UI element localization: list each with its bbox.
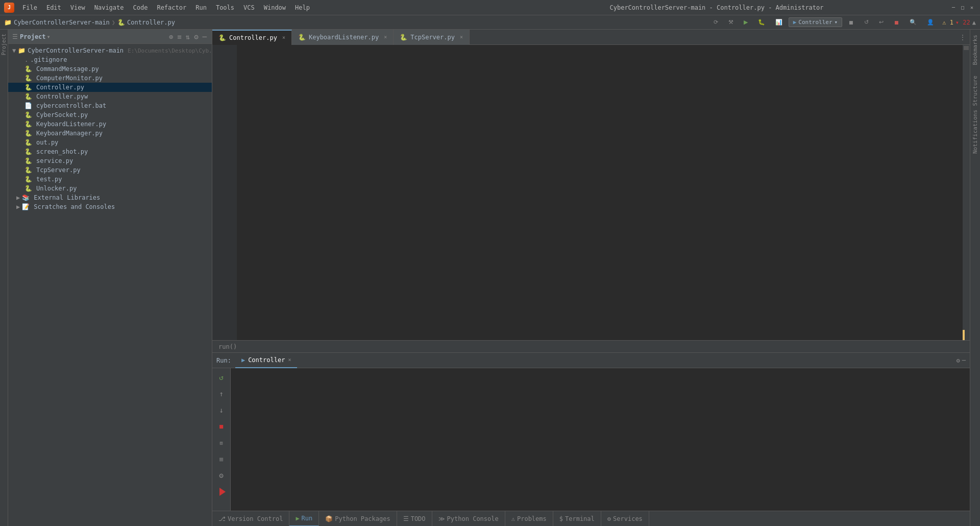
project-collapse-button[interactable]: ≡ xyxy=(176,33,182,41)
rerun-button[interactable]: ↺ xyxy=(214,370,229,385)
menu-file[interactable]: File xyxy=(18,3,41,12)
tree-item-screenshot[interactable]: 🐍 screen_shot.py xyxy=(8,147,212,156)
tree-item-gitignore[interactable]: . .gitignore xyxy=(8,55,212,64)
tree-item-controllerpyw[interactable]: 🐍 Controller.pyw xyxy=(8,92,212,101)
breadcrumb-root[interactable]: CyberControllerServer-main xyxy=(14,19,110,26)
stop-button-top[interactable]: ⏹ xyxy=(844,18,858,27)
minimize-button[interactable]: ─ xyxy=(949,4,958,12)
menu-window[interactable]: Window xyxy=(260,3,290,12)
tab-terminal[interactable]: $ Terminal xyxy=(553,511,601,527)
problems-icon: ⚠ xyxy=(511,515,515,522)
bat-icon: 📄 xyxy=(24,102,32,109)
tree-item-tcpserver[interactable]: 🐍 TcpServer.py xyxy=(8,165,212,175)
tree-item-keyboardlistener[interactable]: 🐍 KeyboardListener.py xyxy=(8,119,212,129)
py-icon-11: 🐍 xyxy=(24,166,32,174)
profile-button[interactable]: 📊 xyxy=(771,18,787,27)
menu-help[interactable]: Help xyxy=(291,3,314,12)
tab-run[interactable]: ▶ Run xyxy=(289,511,319,527)
maximize-button[interactable]: □ xyxy=(959,4,967,12)
tab-controller[interactable]: 🐍 Controller.py × xyxy=(212,30,292,45)
tree-item-scratches[interactable]: ▶ 📝 Scratches and Consoles xyxy=(8,202,212,211)
tree-item-controller[interactable]: 🐍 Controller.py xyxy=(8,83,212,92)
bookmarks-label[interactable]: Bookmarks xyxy=(971,33,979,67)
pin-button[interactable]: ⊞ xyxy=(214,436,229,450)
run-minimize-icon[interactable]: ─ xyxy=(962,357,966,364)
project-sidebar-label[interactable]: Project xyxy=(0,30,8,59)
stop-button-run[interactable]: ■ xyxy=(214,419,229,434)
tree-item-computermonitor[interactable]: 🐍 ComputerMonitor.py xyxy=(8,74,212,83)
run-sidebar: ↺ ↑ ↓ ■ ⊞ ≡ ⚙ xyxy=(212,368,231,511)
tab-name-keyboard: KeyboardListener.py xyxy=(309,34,379,41)
tree-item-out[interactable]: 🐍 out.py xyxy=(8,138,212,147)
tree-item-external[interactable]: ▶ 📚 External Libraries xyxy=(8,193,212,202)
structure-label[interactable]: Structure xyxy=(971,74,979,108)
debug-button[interactable]: 🐛 xyxy=(754,18,769,27)
project-close-button[interactable]: ─ xyxy=(202,33,208,41)
close-button[interactable]: ✕ xyxy=(968,4,976,12)
tree-root[interactable]: ▼ 📁 CyberControllerServer-main E:\Docume… xyxy=(8,46,212,55)
run-config-selector[interactable]: ▶ Controller ▾ xyxy=(789,17,842,27)
menu-navigate[interactable]: Navigate xyxy=(90,3,128,12)
menu-run[interactable]: Run xyxy=(191,3,211,12)
run-tab-controller[interactable]: ▶ Controller × xyxy=(235,353,298,368)
tree-item-keyboardmanager[interactable]: 🐍 KeyboardManager.py xyxy=(8,129,212,138)
tab-services[interactable]: ⚙ Services xyxy=(601,511,649,527)
menu-tools[interactable]: Tools xyxy=(212,3,238,12)
settings-button-run[interactable]: ⚙ xyxy=(214,468,229,483)
problems-label: Problems xyxy=(517,515,547,522)
run-settings-icon[interactable]: ⚙ xyxy=(957,357,960,364)
tree-item-bat[interactable]: 📄 cybercontroller.bat xyxy=(8,101,212,110)
tree-item-service[interactable]: 🐍 service.py xyxy=(8,156,212,165)
right-notifications[interactable]: Notifications xyxy=(970,111,980,152)
file-name-1: CommandMessage.py xyxy=(36,65,99,73)
rerun-button-top[interactable]: ↺ xyxy=(860,18,873,27)
build-button[interactable]: ⚒ xyxy=(724,18,738,27)
tree-item-test[interactable]: 🐍 test.py xyxy=(8,175,212,184)
tree-item-commandmessage[interactable]: 🐍 CommandMessage.py xyxy=(8,64,212,74)
run-config-icon: ▶ xyxy=(793,19,797,26)
expand-chevron[interactable]: ▲ xyxy=(972,19,976,26)
project-settings-button[interactable]: ⚙ xyxy=(193,33,199,41)
wrap-button[interactable]: ≡ xyxy=(214,452,229,466)
tree-item-cybersocket[interactable]: 🐍 CyberSocket.py xyxy=(8,110,212,119)
stop-button2[interactable]: ⏹ xyxy=(890,18,903,27)
scroll-thumb[interactable] xyxy=(964,46,969,50)
menu-view[interactable]: View xyxy=(66,3,89,12)
tab-python-packages[interactable]: 📦 Python Packages xyxy=(319,511,397,527)
vcs-update-button[interactable]: ⟳ xyxy=(709,18,722,27)
tabs-more-button[interactable]: ⋮ xyxy=(955,34,970,41)
user-button[interactable]: 👤 xyxy=(923,18,938,27)
tab-problems[interactable]: ⚠ Problems xyxy=(505,511,553,527)
tab-version-control[interactable]: ⎇ Version Control xyxy=(212,511,289,527)
tab-todo[interactable]: ☰ TODO xyxy=(397,511,432,527)
right-bookmarks[interactable]: Bookmarks xyxy=(970,30,980,70)
project-dropdown-icon[interactable]: ▾ xyxy=(47,33,51,40)
menu-code[interactable]: Code xyxy=(129,3,152,12)
left-sidebar-bookmarks: Project xyxy=(0,30,8,526)
menu-edit[interactable]: Edit xyxy=(42,3,65,12)
error-indicator: ▾ 22 xyxy=(955,19,970,26)
console-icon: ≫ xyxy=(438,515,445,522)
tab-python-console[interactable]: ≫ Python Console xyxy=(432,511,505,527)
tab-close-tcpserver[interactable]: × xyxy=(460,34,463,40)
scroll-track[interactable] xyxy=(963,51,970,330)
tab-tcpserver[interactable]: 🐍 TcpServer.py × xyxy=(394,30,470,45)
breadcrumb-file[interactable]: Controller.py xyxy=(127,19,175,26)
tab-close-keyboard[interactable]: × xyxy=(384,34,387,40)
project-locate-button[interactable]: ⊕ xyxy=(168,33,174,41)
search-button[interactable]: 🔍 xyxy=(905,18,921,27)
menu-refactor[interactable]: Refactor xyxy=(153,3,190,12)
run-tab-close[interactable]: × xyxy=(288,357,291,363)
scroll-down-button[interactable]: ↓ xyxy=(214,403,229,417)
tab-close-controller[interactable]: × xyxy=(282,35,285,40)
tree-item-unlocker[interactable]: 🐍 Unlocker.py xyxy=(8,184,212,193)
tab-keyboard[interactable]: 🐍 KeyboardListener.py × xyxy=(292,30,394,45)
menu-vcs[interactable]: VCS xyxy=(239,3,259,12)
revert-button[interactable]: ↩ xyxy=(875,18,888,27)
code-body[interactable] xyxy=(237,45,963,340)
right-structure[interactable]: Structure xyxy=(970,70,980,111)
notifications-label[interactable]: Notifications xyxy=(971,108,979,156)
project-expand-button[interactable]: ⇅ xyxy=(185,33,191,41)
run-button-top[interactable]: ▶ xyxy=(740,18,752,27)
scroll-up-button[interactable]: ↑ xyxy=(214,387,229,401)
